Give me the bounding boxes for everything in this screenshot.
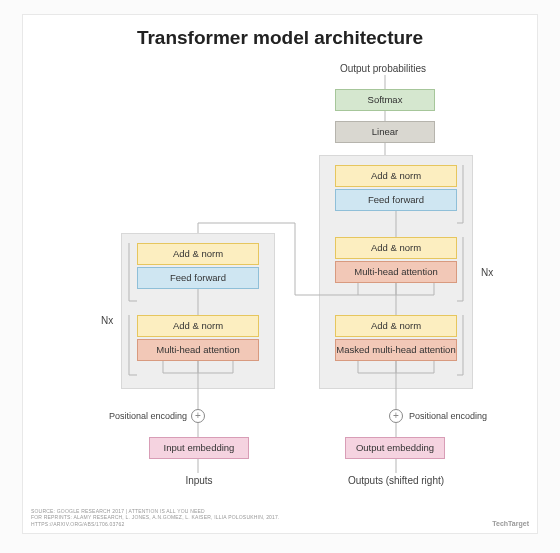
linear-block: Linear (335, 121, 435, 143)
encoder-posenc-label: Positional encoding (103, 411, 187, 421)
decoder-posenc-label: Positional encoding (409, 411, 487, 421)
encoder-positional-add-icon: + (191, 409, 205, 423)
encoder-feedforward: Feed forward (137, 267, 259, 289)
decoder-addnorm-1: Add & norm (335, 165, 457, 187)
footer-attribution: SOURCE: GOOGLE RESEARCH 2017 | ATTENTION… (31, 508, 280, 528)
input-embedding-block: Input embedding (149, 437, 249, 459)
outputs-label: Outputs (shifted right) (323, 475, 469, 486)
decoder-masked-multihead: Masked multi-head attention (335, 339, 457, 361)
diagram-canvas: Transformer model architecture Output pr… (22, 14, 538, 534)
decoder-multihead: Multi-head attention (335, 261, 457, 283)
decoder-positional-add-icon: + (389, 409, 403, 423)
decoder-feedforward: Feed forward (335, 189, 457, 211)
decoder-addnorm-2: Add & norm (335, 237, 457, 259)
output-embedding-block: Output embedding (345, 437, 445, 459)
encoder-nx-label: Nx (101, 315, 113, 326)
encoder-addnorm-2: Add & norm (137, 315, 259, 337)
decoder-nx-label: Nx (481, 267, 493, 278)
softmax-block: Softmax (335, 89, 435, 111)
footer-line-3: HTTPS://ARXIV.ORG/ABS/1706.03762 (31, 521, 280, 528)
output-probabilities-label: Output probabilities (303, 63, 463, 74)
encoder-addnorm-1: Add & norm (137, 243, 259, 265)
footer-line-2: FOR REPRINTS: ALAMY RESEARCH, L. JONES, … (31, 514, 280, 521)
diagram-title: Transformer model architecture (23, 27, 537, 49)
brand-label: TechTarget (492, 520, 529, 527)
decoder-addnorm-3: Add & norm (335, 315, 457, 337)
encoder-multihead: Multi-head attention (137, 339, 259, 361)
inputs-label: Inputs (149, 475, 249, 486)
